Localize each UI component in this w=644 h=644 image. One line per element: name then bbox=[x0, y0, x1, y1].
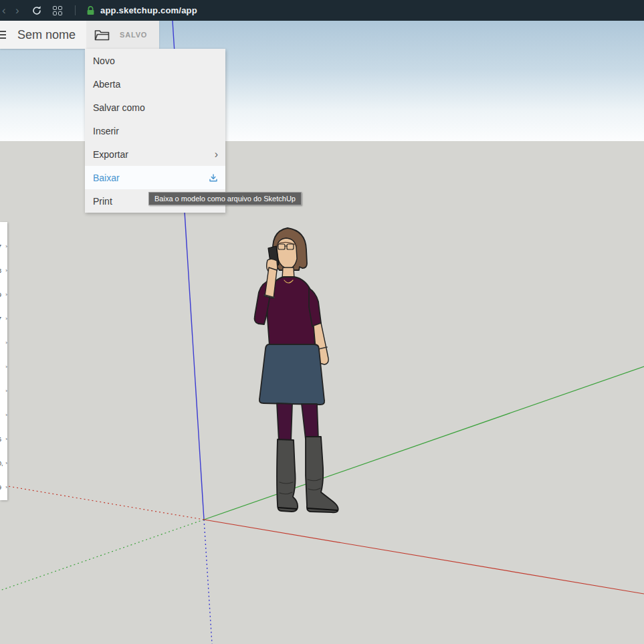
back-button[interactable]: ‹ bbox=[2, 0, 6, 21]
document-title[interactable]: Sem nome bbox=[17, 28, 76, 42]
file-dropdown-menu: Novo Aberta Salvar como Inserir Exportar… bbox=[85, 49, 225, 213]
site-security-button[interactable] bbox=[86, 0, 95, 21]
panel-fragment: 6 bbox=[0, 436, 1, 443]
menu-item-novo[interactable]: Novo bbox=[85, 49, 225, 72]
panel-chevron-icon: › bbox=[5, 292, 7, 298]
main-menu-icon[interactable] bbox=[0, 31, 6, 39]
panel-chevron-icon: › bbox=[5, 460, 7, 467]
panel-fragment: 8 bbox=[0, 267, 1, 274]
scale-figure-person[interactable] bbox=[255, 228, 338, 512]
forward-button[interactable]: › bbox=[15, 0, 19, 21]
panel-fragment: 9 bbox=[0, 292, 1, 298]
submenu-chevron-icon: › bbox=[215, 149, 218, 160]
panel-fragment: 7 bbox=[0, 243, 1, 250]
panel-fragment: 9 bbox=[0, 484, 1, 491]
menu-item-inserir[interactable]: Inserir bbox=[85, 119, 225, 142]
panel-chevron-icon: › bbox=[5, 412, 7, 419]
grid-icon bbox=[53, 6, 62, 15]
refresh-button[interactable] bbox=[31, 0, 42, 21]
download-tooltip: Baixa o modelo como arquivo do SketchUp bbox=[148, 192, 302, 205]
divider bbox=[75, 5, 76, 15]
file-menu-section: SALVO bbox=[86, 21, 159, 49]
menu-item-exportar[interactable]: Exportar › bbox=[85, 142, 225, 166]
save-status-badge: SALVO bbox=[120, 31, 147, 39]
download-icon bbox=[209, 173, 218, 183]
panel-chevron-icon: › bbox=[5, 340, 7, 346]
person-skirt bbox=[259, 344, 324, 405]
menu-item-baixar[interactable]: Baixar bbox=[85, 166, 225, 189]
panel-chevron-icon: › bbox=[5, 364, 7, 370]
folder-icon bbox=[94, 29, 110, 41]
secure-lock-icon bbox=[86, 5, 95, 16]
panel-fragment: 0, bbox=[0, 460, 3, 467]
person-boot-left bbox=[277, 439, 298, 512]
file-menu-button[interactable] bbox=[94, 29, 110, 41]
address-url[interactable]: app.sketchup.com/app bbox=[100, 5, 197, 15]
panel-fragment: 7 bbox=[0, 316, 1, 322]
app-toolbar: Sem nome SALVO bbox=[0, 21, 159, 49]
panel-chevron-icon: › bbox=[5, 316, 7, 322]
panel-chevron-icon: › bbox=[5, 436, 7, 443]
refresh-icon bbox=[31, 5, 42, 16]
panel-chevron-icon: › bbox=[5, 267, 7, 274]
clipped-side-panel[interactable]: 7› 8› 9› 7› ]› ·› ]› ·› 6› 0,› 9› bbox=[0, 222, 7, 500]
panel-chevron-icon: › bbox=[5, 484, 7, 491]
menu-item-aberta[interactable]: Aberta bbox=[85, 72, 225, 96]
panel-chevron-icon: › bbox=[5, 243, 7, 250]
browser-chrome: ‹ › app.sketchup.com/app bbox=[0, 0, 644, 21]
menu-item-salvar-como[interactable]: Salvar como bbox=[85, 96, 225, 119]
tab-overview-button[interactable] bbox=[53, 0, 62, 21]
panel-chevron-icon: › bbox=[5, 388, 7, 395]
